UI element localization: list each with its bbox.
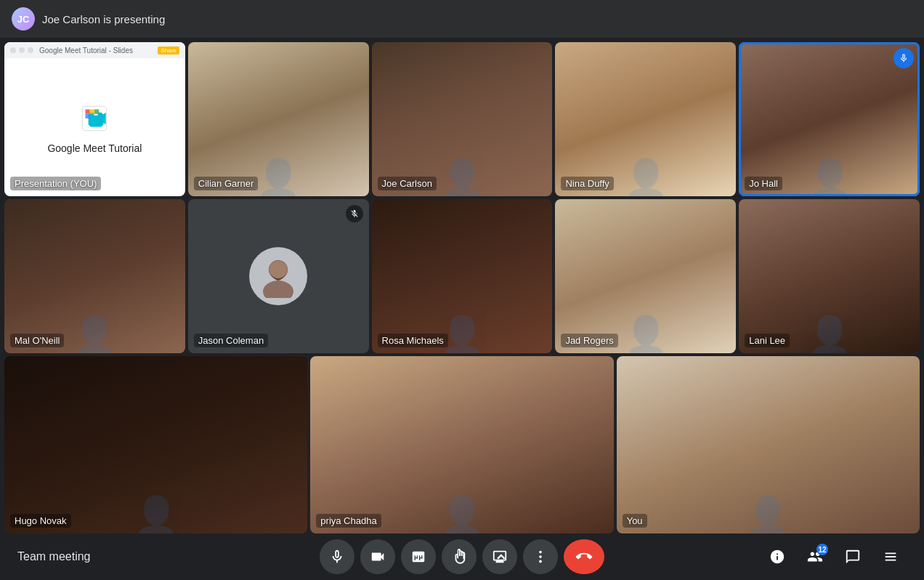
bottom-right-controls: 12 (761, 541, 907, 573)
svg-point-4 (539, 551, 542, 554)
tile-label-priya: priya Chadha (316, 514, 381, 528)
tile-hugo[interactable]: 👤 Hugo Novak (4, 356, 307, 533)
tile-label-hugo: Hugo Novak (10, 514, 71, 528)
mic-button[interactable] (320, 539, 354, 574)
tile-label-rosa: Rosa Michaels (378, 334, 448, 347)
activities-button[interactable] (875, 541, 907, 573)
svg-point-2 (263, 281, 293, 298)
tile-label-nina: Nina Duffy (561, 177, 613, 190)
tile-jo[interactable]: 👤 Jo Hall (739, 42, 920, 196)
info-button[interactable] (761, 541, 793, 573)
tile-presentation[interactable]: Google Meet Tutorial - Slides Share Go (4, 42, 185, 196)
people-count-badge: 12 (816, 544, 828, 555)
tile-jason[interactable]: Jason Coleman (188, 199, 369, 353)
raise-hand-button[interactable] (442, 539, 477, 574)
captions-button[interactable] (401, 539, 436, 574)
more-options-button[interactable] (523, 539, 558, 574)
tile-rosa[interactable]: 👤 Rosa Michaels (372, 199, 553, 353)
tile-label-cilian: Cilian Garner (194, 177, 259, 190)
tile-priya[interactable]: 👤 priya Chadha (310, 356, 613, 533)
speaking-indicator (893, 48, 914, 68)
svg-point-5 (539, 555, 542, 558)
tile-lani[interactable]: 👤 Lani Lee (739, 199, 920, 353)
tile-label-jad: Jad Rogers (561, 334, 617, 347)
top-bar: JC Joe Carlson is presenting (0, 0, 924, 38)
tile-mal[interactable]: 👤 Mal O'Neill (4, 199, 185, 353)
tile-you[interactable]: 👤 You (617, 356, 920, 533)
tile-label-you: You (623, 514, 647, 528)
tile-jad[interactable]: 👤 Jad Rogers (555, 199, 736, 353)
tile-joe[interactable]: 👤 Joe Carlson (372, 42, 553, 196)
grid-row-1: Google Meet Tutorial - Slides Share Go (4, 42, 920, 196)
avatar-image: JC (12, 7, 35, 31)
tile-label-mal: Mal O'Neill (10, 334, 64, 347)
mute-icon (346, 205, 363, 222)
video-grid: Google Meet Tutorial - Slides Share Go (0, 38, 924, 533)
tile-cilian[interactable]: 👤 Cilian Garner (188, 42, 369, 196)
meeting-name: Team meeting (17, 550, 91, 563)
tile-label-jason: Jason Coleman (194, 334, 268, 347)
camera-button[interactable] (360, 539, 395, 574)
tile-label-presentation: Presentation (YOU) (10, 177, 101, 190)
tile-label-joe: Joe Carlson (378, 177, 437, 190)
tile-label-lani: Lani Lee (745, 334, 790, 347)
bottom-controls (320, 539, 604, 574)
presenter-text: Joe Carlson is presenting (42, 13, 165, 25)
bottom-bar: Team meeting (0, 533, 924, 580)
people-button[interactable]: 12 (799, 541, 831, 573)
presentation-title: Google Meet Tutorial (47, 142, 142, 154)
chat-button[interactable] (837, 541, 869, 573)
tile-nina[interactable]: 👤 Nina Duffy (555, 42, 736, 196)
grid-row-2: 👤 Mal O'Neill (4, 199, 920, 353)
present-button[interactable] (482, 539, 517, 574)
presenter-avatar: JC (12, 7, 35, 31)
jason-avatar (249, 247, 307, 305)
end-call-button[interactable] (564, 539, 604, 574)
grid-row-3: 👤 Hugo Novak 👤 priya Chadha 👤 You (4, 356, 920, 533)
tile-label-jo: Jo Hall (745, 177, 782, 190)
svg-point-6 (539, 560, 542, 563)
